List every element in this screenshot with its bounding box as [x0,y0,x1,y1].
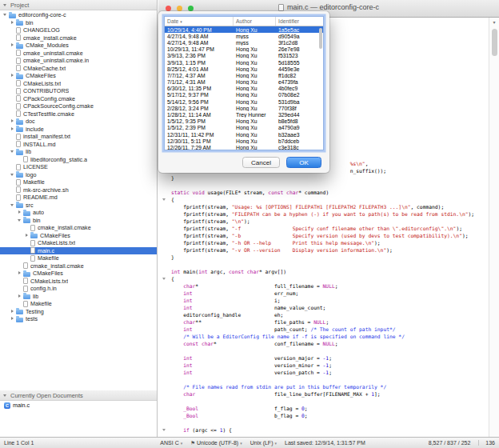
tree-item-install-md[interactable]: INSTALL.md [0,141,157,149]
encoding-selector[interactable]: ⚑ Unicode (UTF-8) ▾ [190,440,242,446]
code-line[interactable]: char* full_filename = NULL; [158,282,489,290]
disclosure-closed-icon[interactable] [10,19,16,26]
tree-item-cmakelists-txt[interactable]: CMakeLists.txt [0,278,157,286]
tree-item-mk-src-archive-sh[interactable]: mk-src-archive.sh [0,186,157,194]
code-line[interactable]: { [158,196,489,203]
tree-item-cmake-install-cmake[interactable]: cmake_install.cmake [0,34,157,42]
disclosure-closed-icon[interactable] [10,126,16,132]
code-line[interactable]: fprintf(stream, "-f Specify conf filenam… [158,225,489,232]
code-line[interactable]: int version_major = -1; [158,354,489,362]
tree-item-cmakelists-txt[interactable]: CMakeLists.txt [0,239,157,247]
disclosure-closed-icon[interactable] [24,232,30,238]
code-line[interactable]: fprintf(stream, "\n"); [158,218,489,225]
history-row[interactable]: 3/9/13, 2:36 PMHong Xuf531523 [165,53,323,59]
tree-item-readme-md[interactable]: README.md [0,194,157,202]
code-line[interactable] [158,398,489,405]
tree-item-doc[interactable]: doc [0,118,157,126]
history-row[interactable]: 10/29/13, 11:47 PMHong Xu26e7e98 [165,46,323,53]
disclosure-closed-icon[interactable] [10,308,16,314]
code-line[interactable]: } [158,254,489,261]
code-line[interactable]: _Bool f_flag = 0; [158,405,489,412]
tree-item-lib[interactable]: lib [0,293,157,301]
tree-item-makefile[interactable]: Makefile [0,178,157,186]
tree-item-src[interactable]: src [0,202,157,210]
code-line[interactable]: fprintf(stream, "FILEPATH can be a hyphe… [158,210,489,218]
tree-item-auto[interactable]: auto [0,209,157,217]
project-panel-header[interactable]: Project [0,0,157,10]
code-line[interactable]: /* File names read from stdin are put in… [158,383,489,390]
history-row[interactable]: 7/7/12, 4:37 AMHong Xuff1dc82 [165,72,323,78]
code-line[interactable] [158,261,489,268]
tree-item-changelog[interactable]: CHANGELOG [0,26,157,34]
history-row[interactable]: 12/30/11, 5:11 PMHong Xub7ddceb [165,138,323,144]
code-line[interactable]: const char* conf_filename = NULL; [158,340,489,347]
code-line[interactable] [158,347,489,354]
tree-item-testing[interactable]: Testing [0,308,157,316]
disclosure-open-icon[interactable] [10,149,16,155]
tree-item-bin[interactable]: bin [0,19,157,27]
history-row[interactable]: 1/5/12, 2:39 PMHong Xua4790a9 [165,125,323,131]
code-line[interactable]: int version_patch = -1; [158,369,489,376]
disclosure-open-icon[interactable] [17,217,23,223]
history-row[interactable]: 12/31/11, 11:42 PMHong Xub32aae3 [165,131,323,138]
code-line[interactable]: char** file_paths = NULL; [158,318,489,326]
line-ending-selector[interactable]: Unix (LF) ▾ [250,440,277,446]
code-line[interactable]: int err_num; [158,290,489,297]
fold-marker-icon[interactable] [162,429,166,431]
disclosure-open-icon[interactable] [10,202,16,208]
tree-item-main-c[interactable]: main.c [0,247,157,255]
fold-marker-icon[interactable] [162,198,166,201]
code-line[interactable]: int name_value_count; [158,304,489,311]
cancel-button[interactable]: Cancel [242,157,280,168]
history-row[interactable]: 2/28/12, 3:24 PMHong Xu770f38f [165,105,323,111]
history-row[interactable]: 6/30/12, 11:35 PMHong Xu4b0fec9 [165,86,323,92]
history-row[interactable]: 3/9/13, 1:15 PMHong Xu5d18555 [165,59,323,66]
open-docs-panel-header[interactable]: Currently Open Documents [0,390,157,401]
code-line[interactable]: { [158,275,489,282]
code-line[interactable] [158,182,489,189]
history-row[interactable]: 5/17/12, 9:37 PMHong Xu07b08e2 [165,92,323,98]
tree-item-contributors[interactable]: CONTRIBUTORS [0,87,157,95]
history-row[interactable]: 12/26/11, 7:29 AMHong Xuc3e318c [165,144,323,150]
ok-button[interactable]: OK [286,157,321,168]
tree-item-license[interactable]: LICENSE [0,163,157,171]
code-line[interactable]: int path_count; /* The count of path inp… [158,326,489,333]
tree-item-cmake-uninstall-cmake[interactable]: cmake_uninstall.cmake [0,50,157,58]
history-row[interactable]: 8/25/12, 4:01 AMHong Xu4459e3e [165,66,323,72]
code-line[interactable]: int version_minor = -1; [158,362,489,369]
tree-item-cmakefiles[interactable]: CMakeFiles [0,270,157,278]
code-line[interactable]: if (argc <= 1) { [158,426,489,434]
code-line[interactable]: int main(int argc, const char* argv[]) [158,268,489,275]
tree-item-cmake-uninstall-cmake-in[interactable]: cmake_uninstall.cmake.in [0,57,157,65]
code-line[interactable]: fprintf(stream, "-v OR --version Display… [158,246,489,254]
tree-item-cmakefiles[interactable]: CMakeFiles [0,72,157,80]
code-line[interactable] [158,419,489,426]
code-line[interactable]: } [158,174,489,182]
history-table[interactable]: Date▾AuthorIdentifier 10/29/14, 4:40 PMH… [164,16,324,150]
disclosure-closed-icon[interactable] [10,316,16,322]
disclosure-closed-icon[interactable] [17,210,23,216]
column-header-author[interactable]: Author [234,17,276,26]
disclosure-closed-icon[interactable] [10,73,16,79]
code-line[interactable]: static void usage(FILE* stream, const ch… [158,189,489,196]
disclosure-closed-icon[interactable] [10,42,16,49]
disclosure-closed-icon[interactable] [10,118,16,125]
disclosure-open-icon[interactable] [2,2,9,8]
code-line[interactable]: editorconfig_handle eh; [158,311,489,318]
history-row[interactable]: 10/29/14, 4:40 PMHong Xu1a5e5ac [165,26,323,33]
history-row[interactable]: 5/14/12, 9:56 PMHong Xu531d9ba [165,98,323,105]
history-row[interactable]: 1/5/12, 9:35 PMHong Xub8e5fd8 [165,118,323,125]
tree-item-cmakefiles[interactable]: CMakeFiles [0,232,157,240]
tree-item-cmakecache-txt[interactable]: CMakeCache.txt [0,65,157,73]
column-header-identifier[interactable]: Identifier [276,17,323,26]
tree-item-libeditorconfig-static-a[interactable]: libeditorconfig_static.a [0,156,157,164]
tree-item-tests[interactable]: tests [0,315,157,323]
tree-item-logo[interactable]: logo [0,171,157,179]
code-line[interactable]: fprintf(stream, "-h OR --help Print this… [158,239,489,246]
history-row[interactable]: 4/27/14, 9:48 AMmyssd90549a [165,33,323,39]
tree-item-config-h-in[interactable]: config.h.in [0,285,157,293]
disclosure-open-icon[interactable] [10,171,16,178]
editor-scrollbar[interactable]: ▾ [489,18,499,437]
tree-item-cmake-modules[interactable]: CMake_Modules [0,42,157,50]
code-line[interactable]: /* Will be a EditorConfig file name if -… [158,333,489,340]
